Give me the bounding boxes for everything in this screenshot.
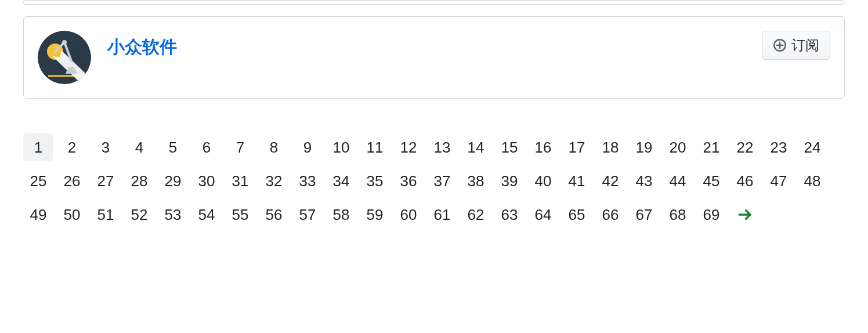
page-link-31[interactable]: 31 [225,167,255,195]
page-link-36[interactable]: 36 [393,167,424,195]
page-link-41[interactable]: 41 [562,167,592,195]
page-link-61[interactable]: 61 [427,201,457,229]
page-link-24[interactable]: 24 [797,133,827,161]
page-link-39[interactable]: 39 [494,167,525,195]
page-link-7[interactable]: 7 [225,133,255,161]
subscribe-button[interactable]: 订阅 [762,31,830,60]
page-link-6[interactable]: 6 [191,133,222,161]
page-link-9[interactable]: 9 [292,133,323,161]
next-page-link[interactable] [730,201,760,229]
page-link-23[interactable]: 23 [764,133,794,161]
page-link-68[interactable]: 68 [663,201,693,229]
page-link-8[interactable]: 8 [259,133,289,161]
page-link-5[interactable]: 5 [158,133,188,161]
page-link-10[interactable]: 10 [326,133,356,161]
page-link-4[interactable]: 4 [124,133,154,161]
page-link-21[interactable]: 21 [696,133,726,161]
page-link-19[interactable]: 19 [629,133,659,161]
page-link-44[interactable]: 44 [663,167,693,195]
page-link-2[interactable]: 2 [57,133,87,161]
page-link-1: 1 [23,133,53,161]
page-link-40[interactable]: 40 [528,167,558,195]
page-link-67[interactable]: 67 [629,201,659,229]
page-link-25[interactable]: 25 [23,167,53,195]
page-link-60[interactable]: 60 [393,201,424,229]
page-link-33[interactable]: 33 [292,167,323,195]
page-link-45[interactable]: 45 [696,167,726,195]
page-link-34[interactable]: 34 [326,167,356,195]
page-link-64[interactable]: 64 [528,201,558,229]
page-link-28[interactable]: 28 [124,167,154,195]
page-link-17[interactable]: 17 [562,133,592,161]
arrow-right-icon [737,207,753,222]
page-link-66[interactable]: 66 [595,201,625,229]
page-link-38[interactable]: 38 [461,167,491,195]
page-link-55[interactable]: 55 [225,201,255,229]
page-link-52[interactable]: 52 [124,201,154,229]
page-link-12[interactable]: 12 [393,133,424,161]
page-link-22[interactable]: 22 [730,133,760,161]
page-link-50[interactable]: 50 [57,201,87,229]
feed-avatar [38,31,91,84]
page-link-32[interactable]: 32 [259,167,289,195]
page-link-51[interactable]: 51 [91,201,121,229]
page-link-29[interactable]: 29 [158,167,188,195]
page-link-16[interactable]: 16 [528,133,558,161]
page-link-48[interactable]: 48 [797,167,827,195]
page-link-62[interactable]: 62 [461,201,491,229]
page-link-15[interactable]: 15 [494,133,525,161]
page-link-56[interactable]: 56 [259,201,289,229]
page-link-13[interactable]: 13 [427,133,457,161]
page-link-37[interactable]: 37 [427,167,457,195]
feed-title-link[interactable]: 小众软件 [107,37,177,57]
page-link-11[interactable]: 11 [360,133,390,161]
page-link-57[interactable]: 57 [292,201,323,229]
plus-circle-icon [773,38,787,52]
page-link-69[interactable]: 69 [696,201,726,229]
page-link-42[interactable]: 42 [595,167,625,195]
page-link-47[interactable]: 47 [764,167,794,195]
page-link-26[interactable]: 26 [57,167,87,195]
page-link-3[interactable]: 3 [91,133,121,161]
subscribe-button-label: 订阅 [791,36,819,55]
page-link-43[interactable]: 43 [629,167,659,195]
page-link-65[interactable]: 65 [562,201,592,229]
page-link-46[interactable]: 46 [730,167,760,195]
page-link-63[interactable]: 63 [494,201,525,229]
page-link-58[interactable]: 58 [326,201,356,229]
page-link-35[interactable]: 35 [360,167,390,195]
page-link-53[interactable]: 53 [158,201,188,229]
page-link-30[interactable]: 30 [191,167,222,195]
page-link-14[interactable]: 14 [461,133,491,161]
page-link-54[interactable]: 54 [191,201,222,229]
page-link-18[interactable]: 18 [595,133,625,161]
feed-card: 小众软件 订阅 [23,16,845,99]
page-link-27[interactable]: 27 [91,167,121,195]
svg-point-2 [62,40,67,45]
page-link-20[interactable]: 20 [663,133,693,161]
page-link-59[interactable]: 59 [360,201,390,229]
previous-card-edge [23,0,845,5]
pagination: 1234567891011121314151617181920212223242… [23,133,845,229]
page-link-49[interactable]: 49 [23,201,53,229]
